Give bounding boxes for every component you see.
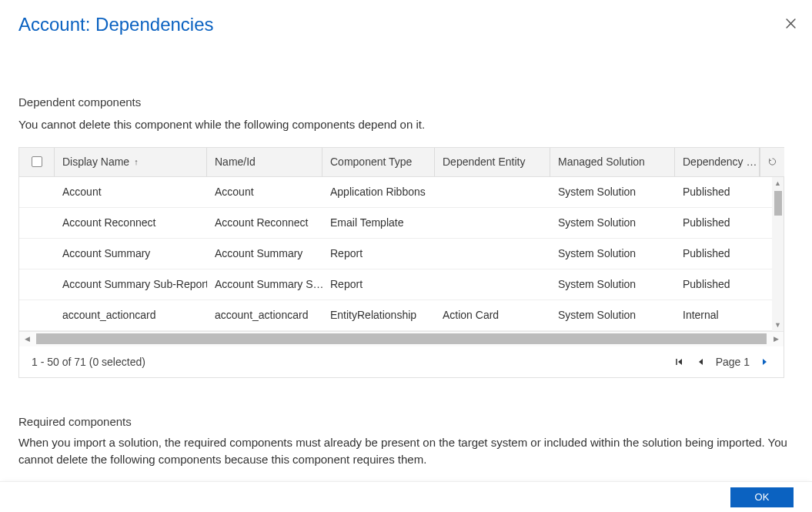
column-display-name-label: Display Name <box>62 156 129 168</box>
cell-dependent-entity: Action Card <box>435 300 550 330</box>
prev-page-button[interactable] <box>694 356 707 368</box>
column-managed-solution[interactable]: Managed Solution <box>550 148 675 176</box>
cell-name-id: Account <box>207 177 322 207</box>
cell-dependency: Internal <box>675 300 760 330</box>
required-text: When you import a solution, the required… <box>18 434 794 468</box>
vertical-scrollbar[interactable]: ▲ ▼ <box>772 177 784 331</box>
dialog-footer: OK <box>0 481 812 512</box>
cell-name-id: account_actioncard <box>207 300 322 330</box>
cell-display-name: Account Summary <box>55 239 207 269</box>
column-dependency-label: Dependency … <box>683 156 757 168</box>
scroll-down-icon[interactable]: ▼ <box>772 319 784 331</box>
column-name-id-label: Name/Id <box>215 156 256 168</box>
column-dependent-entity[interactable]: Dependent Entity <box>435 148 550 176</box>
row-checkbox-cell[interactable] <box>19 239 55 269</box>
select-all-cell[interactable] <box>19 148 55 176</box>
table-row[interactable]: Account Reconnect Account Reconnect Emai… <box>19 208 774 239</box>
cell-managed-solution: System Solution <box>550 208 675 238</box>
pager: Page 1 <box>673 356 771 368</box>
dependencies-grid: Display Name ↑ Name/Id Component Type De… <box>18 147 784 378</box>
column-managed-solution-label: Managed Solution <box>558 156 645 168</box>
hscroll-track[interactable] <box>36 333 767 344</box>
row-checkbox-cell[interactable] <box>19 208 55 238</box>
cell-display-name: account_actioncard <box>55 300 207 330</box>
next-page-button[interactable] <box>759 356 771 368</box>
cell-managed-solution: System Solution <box>550 177 675 207</box>
column-component-type[interactable]: Component Type <box>322 148 435 176</box>
grid-footer: 1 - 50 of 71 (0 selected) Page 1 <box>19 346 784 377</box>
record-status: 1 - 50 of 71 (0 selected) <box>32 356 145 368</box>
cell-dependent-entity <box>435 239 550 269</box>
column-name-id[interactable]: Name/Id <box>207 148 322 176</box>
column-component-type-label: Component Type <box>330 156 412 168</box>
table-row[interactable]: Account Summary Sub-Report Account Summa… <box>19 269 774 300</box>
chevron-right-icon <box>760 357 770 366</box>
refresh-icon <box>768 156 777 168</box>
select-all-checkbox[interactable] <box>32 156 42 167</box>
close-button[interactable] <box>783 15 798 31</box>
first-page-button[interactable] <box>673 356 685 368</box>
column-dependent-entity-label: Dependent Entity <box>443 156 525 168</box>
chevron-left-icon <box>696 357 705 366</box>
cell-component-type: Application Ribbons <box>322 177 435 207</box>
scroll-right-icon[interactable]: ▶ <box>768 331 784 346</box>
cell-managed-solution: System Solution <box>550 300 675 330</box>
required-heading: Required components <box>18 415 794 428</box>
cell-component-type: EntityRelationship <box>322 300 435 330</box>
close-icon <box>786 18 796 28</box>
cell-name-id: Account Summary S… <box>207 269 322 300</box>
first-page-icon <box>674 357 683 366</box>
table-row[interactable]: Account Summary Account Summary Report S… <box>19 239 774 269</box>
sort-ascending-icon: ↑ <box>134 157 139 166</box>
cell-dependent-entity <box>435 208 550 238</box>
grid-body[interactable]: Account Account Application Ribbons Syst… <box>19 177 774 331</box>
table-row[interactable]: account_actioncard account_actioncard En… <box>19 300 774 331</box>
row-checkbox-cell[interactable] <box>19 177 55 207</box>
cell-managed-solution: System Solution <box>550 269 675 300</box>
cell-dependency: Published <box>675 177 760 207</box>
refresh-button[interactable] <box>760 148 784 176</box>
scroll-up-icon[interactable]: ▲ <box>772 177 784 189</box>
cell-dependent-entity <box>435 177 550 207</box>
cell-display-name: Account Reconnect <box>55 208 207 238</box>
grid-header: Display Name ↑ Name/Id Component Type De… <box>19 148 784 177</box>
page-label: Page 1 <box>716 356 750 368</box>
scroll-left-icon[interactable]: ◀ <box>19 331 35 346</box>
scrollbar-thumb[interactable] <box>774 191 782 216</box>
column-display-name[interactable]: Display Name ↑ <box>55 148 207 176</box>
cell-dependency: Published <box>675 269 760 300</box>
cell-component-type: Report <box>322 239 435 269</box>
row-checkbox-cell[interactable] <box>19 300 55 330</box>
column-dependency[interactable]: Dependency … <box>675 148 760 176</box>
cell-display-name: Account Summary Sub-Report <box>55 269 207 300</box>
horizontal-scrollbar[interactable]: ◀ ▶ <box>19 331 784 346</box>
cell-component-type: Email Template <box>322 208 435 238</box>
dependent-heading: Dependent components <box>18 95 794 109</box>
table-row[interactable]: Account Account Application Ribbons Syst… <box>19 177 774 208</box>
dependent-text: You cannot delete this component while t… <box>18 116 794 133</box>
cell-name-id: Account Summary <box>207 239 322 269</box>
cell-dependency: Published <box>675 239 760 269</box>
cell-display-name: Account <box>55 177 207 207</box>
cell-name-id: Account Reconnect <box>207 208 322 238</box>
dialog-title: Account: Dependencies <box>18 14 794 35</box>
cell-dependent-entity <box>435 269 550 300</box>
cell-component-type: Report <box>322 269 435 300</box>
cell-dependency: Published <box>675 208 760 238</box>
row-checkbox-cell[interactable] <box>19 269 55 300</box>
ok-button[interactable]: OK <box>730 487 794 507</box>
cell-managed-solution: System Solution <box>550 239 675 269</box>
